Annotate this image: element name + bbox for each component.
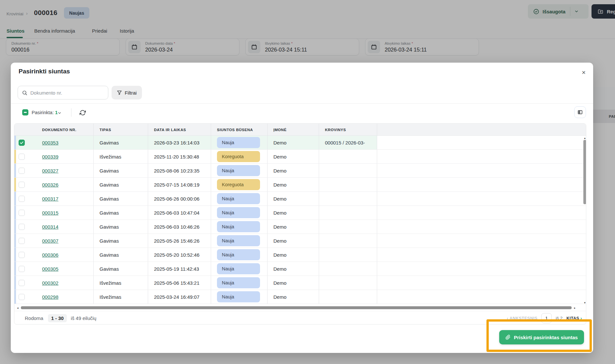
search-input[interactable]: [30, 90, 99, 96]
row-status-accent-bar: [14, 192, 16, 205]
row-status-accent-bar: [14, 220, 16, 234]
row-checkbox[interactable]: [19, 224, 25, 230]
company-cell: Demo: [267, 192, 319, 205]
company-cell: Demo: [267, 220, 319, 234]
current-page-box[interactable]: 1: [541, 313, 552, 323]
document-link[interactable]: 000314: [42, 224, 58, 230]
document-number-cell: 000317: [36, 192, 93, 205]
scroll-right-icon[interactable]: ▸: [572, 306, 576, 310]
column-header[interactable]: TIPAS: [93, 124, 148, 136]
row-checkbox[interactable]: [19, 182, 25, 188]
row-checkbox[interactable]: [19, 154, 25, 160]
datetime-cell: 2025-05-06 15:43:21: [148, 276, 211, 290]
document-link[interactable]: 000327: [42, 168, 58, 174]
row-filler-cell: [377, 178, 586, 191]
column-header[interactable]: SIUNTOS BŪSENA: [211, 124, 267, 136]
row-checkbox[interactable]: [19, 210, 25, 216]
row-checkbox[interactable]: [19, 252, 25, 258]
document-link[interactable]: 000339: [42, 154, 58, 159]
datetime-cell: 2025-11-20 15:30:48: [148, 150, 211, 163]
scroll-up-icon[interactable]: ▴: [583, 136, 586, 140]
chevron-right-icon: ›: [580, 316, 582, 321]
cargo-cell: [319, 206, 377, 220]
document-link[interactable]: 000353: [42, 140, 58, 145]
row-checkbox[interactable]: [19, 196, 25, 202]
row-status-accent-bar: [14, 164, 16, 177]
row-filler-cell: [377, 150, 586, 163]
filter-button[interactable]: Filtrai: [112, 86, 142, 99]
document-link[interactable]: 000305: [42, 266, 58, 272]
company-cell: Demo: [267, 276, 319, 290]
vertical-scrollbar[interactable]: ▴ ▾: [583, 136, 586, 304]
table-row[interactable]: 000353Gavimas2026-03-23 16:14:03NaujaDem…: [14, 136, 586, 150]
cargo-cell: [319, 234, 377, 248]
document-number-cell: 000326: [36, 178, 93, 191]
row-status-accent-bar: [14, 262, 16, 276]
chevron-down-icon[interactable]: [57, 111, 62, 116]
column-header[interactable]: KROVINYS: [319, 124, 377, 136]
row-status-accent-bar: [14, 290, 16, 304]
next-page-button[interactable]: KITAS ›: [566, 316, 582, 321]
row-checkbox[interactable]: [19, 168, 25, 174]
table-row[interactable]: 000315Gavimas2025-06-03 10:47:04NaujaDem…: [14, 206, 586, 220]
row-filler-cell: [377, 234, 586, 248]
vertical-scrollbar-thumb[interactable]: [583, 140, 586, 204]
row-filler-cell: [377, 262, 586, 276]
search-icon: [22, 90, 27, 96]
selected-count-label[interactable]: Pasirinkta: 1: [32, 110, 58, 115]
scroll-down-icon[interactable]: ▾: [583, 301, 586, 304]
horizontal-scrollbar-thumb[interactable]: [21, 306, 572, 309]
table-row[interactable]: 000298Išvežimas2025-03-24 16:49:07NaujaD…: [14, 290, 586, 304]
datetime-cell: 2025-07-15 14:08:19: [148, 178, 211, 191]
assign-selected-shipments-button[interactable]: Priskirti pasirinktas siuntas: [499, 330, 584, 344]
scroll-left-icon[interactable]: ◂: [17, 306, 21, 310]
row-checkbox[interactable]: [19, 280, 25, 286]
row-filler-cell: [377, 192, 586, 205]
document-link[interactable]: 000307: [42, 238, 58, 244]
horizontal-scrollbar[interactable]: ◂ ▸: [17, 306, 581, 310]
datetime-cell: 2025-08-06 10:23:35: [148, 164, 211, 177]
rows-total: iš 49 eilučių: [71, 315, 96, 321]
filter-label: Filtrai: [125, 90, 137, 96]
column-header[interactable]: ĮMONĖ: [267, 124, 319, 136]
table-row[interactable]: 000314Gavimas2025-06-03 10:46:26NaujaDem…: [14, 220, 586, 234]
table-row[interactable]: 000326Gavimas2025-07-15 14:08:19Koreguot…: [14, 178, 586, 192]
column-header[interactable]: DOKUMENTO NR.: [36, 124, 93, 136]
status-cell: Nauja: [211, 276, 267, 290]
document-link[interactable]: 000326: [42, 182, 58, 188]
toolbar-divider: [11, 103, 593, 104]
document-link[interactable]: 000315: [42, 210, 58, 216]
table-row[interactable]: 000306Gavimas2025-05-20 10:52:46NaujaDem…: [14, 248, 586, 262]
table-row[interactable]: 000302Išvežimas2025-05-06 15:43:21NaujaD…: [14, 276, 586, 290]
close-icon[interactable]: ×: [579, 68, 588, 77]
status-cell: Nauja: [211, 136, 267, 149]
table-row[interactable]: 000339Išvežimas2025-11-20 15:30:48Koregu…: [14, 150, 586, 164]
column-settings-button[interactable]: [574, 106, 586, 118]
table-row[interactable]: 000317Gavimas2025-06-26 00:00:06NaujaDem…: [14, 192, 586, 206]
select-all-checkbox[interactable]: [22, 109, 28, 115]
row-checkbox[interactable]: [19, 266, 25, 272]
document-link[interactable]: 000306: [42, 252, 58, 258]
document-number-cell: 000353: [36, 136, 93, 149]
row-filler-cell: [377, 136, 586, 149]
row-checkbox[interactable]: [19, 294, 25, 300]
row-checkbox[interactable]: [19, 140, 25, 146]
document-link[interactable]: 000317: [42, 196, 58, 202]
row-checkbox[interactable]: [19, 238, 25, 244]
table-row[interactable]: 000327Gavimas2025-08-06 10:23:35NaujaDem…: [14, 164, 586, 178]
document-link[interactable]: 000302: [42, 280, 58, 286]
row-status-accent-bar: [14, 206, 16, 220]
row-checkbox-cell: [14, 178, 36, 191]
row-status-accent-bar: [14, 276, 16, 290]
cargo-cell: [319, 290, 377, 304]
previous-page-button[interactable]: ‹ ANKSTESNIS: [507, 316, 537, 321]
columns-icon: [577, 109, 583, 115]
type-cell: Gavimas: [93, 262, 148, 276]
table-row[interactable]: 000305Gavimas2025-05-19 11:42:43NaujaDem…: [14, 262, 586, 276]
refresh-icon[interactable]: [79, 109, 86, 116]
document-link[interactable]: 000298: [42, 294, 58, 300]
table-row[interactable]: 000307Gavimas2025-05-26 15:46:26NaujaDem…: [14, 234, 586, 248]
type-cell: Išvežimas: [93, 150, 148, 163]
column-header[interactable]: DATA IR LAIKAS: [148, 124, 211, 136]
status-cell: Nauja: [211, 248, 267, 262]
